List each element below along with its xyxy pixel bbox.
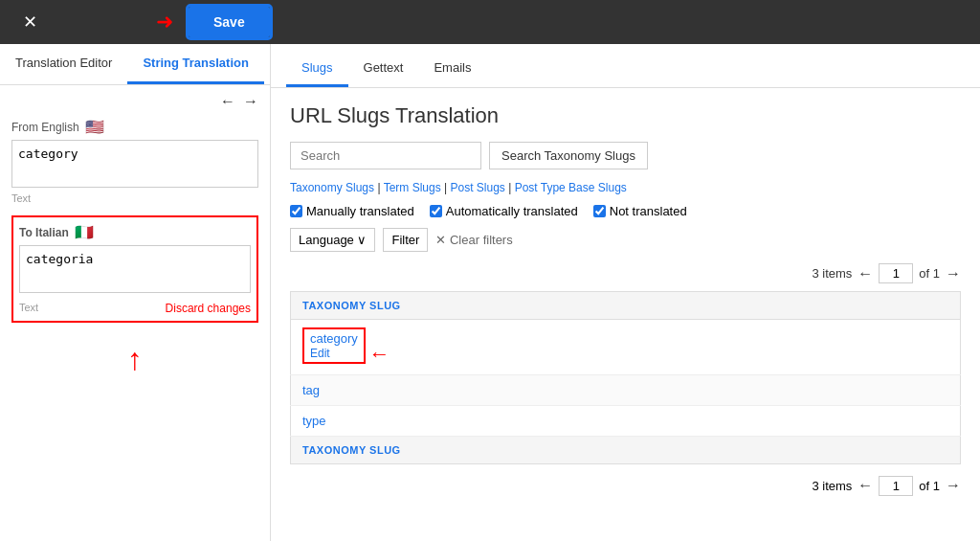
post-slugs-link[interactable]: Post Slugs — [450, 181, 504, 194]
top-bar: ✕ ➜ Save — [0, 0, 980, 44]
search-input[interactable] — [290, 142, 481, 169]
tag-slug-link[interactable]: tag — [302, 383, 948, 397]
filter-button[interactable]: Filter — [383, 228, 428, 252]
category-edit-link[interactable]: Edit — [310, 347, 330, 360]
second-taxonomy-header-row: TAXONOMY SLUG — [291, 436, 961, 463]
us-flag-icon: 🇺🇸 — [85, 118, 104, 136]
from-english-label: From English 🇺🇸 — [11, 118, 258, 136]
pagination-back-button[interactable]: ← — [858, 265, 873, 282]
page-number-input[interactable] — [879, 263, 913, 283]
bottom-page-number-input[interactable] — [879, 476, 913, 496]
history-forward-button[interactable]: → — [243, 93, 258, 110]
up-arrow-indicator: ↑ — [11, 342, 258, 377]
from-english-hint: Text — [11, 192, 258, 204]
not-translated-checkbox[interactable] — [593, 205, 606, 217]
clear-filters-link[interactable]: ✕ Clear filters — [435, 233, 512, 247]
main-layout: Translation Editor String Translation ← … — [0, 44, 980, 541]
arrow-to-save-indicator: ➜ — [156, 10, 173, 34]
slug-cell-type: type — [291, 405, 961, 436]
right-content: URL Slugs Translation Search Taxonomy Sl… — [271, 88, 980, 541]
tab-bar: Translation Editor String Translation — [0, 44, 270, 85]
type-slug-link[interactable]: type — [302, 414, 948, 428]
pagination-forward-button[interactable]: → — [946, 265, 961, 282]
history-nav: ← → — [11, 93, 258, 110]
controls-row: Language ∨ Filter ✕ Clear filters — [290, 228, 961, 252]
of-pages: of 1 — [919, 266, 940, 281]
save-button[interactable]: Save — [189, 7, 270, 37]
not-translated-checkbox-label[interactable]: Not translated — [593, 204, 687, 218]
auto-translated-checkbox-label[interactable]: Automatically translated — [430, 204, 578, 218]
to-italian-input[interactable]: categoria — [19, 245, 251, 293]
tab-gettext[interactable]: Gettext — [348, 51, 419, 87]
bottom-pagination-back-button[interactable]: ← — [858, 477, 873, 494]
italian-flag-icon: 🇮🇹 — [75, 223, 94, 241]
close-button[interactable]: ✕ — [15, 8, 45, 36]
right-tabs: Slugs Gettext Emails — [271, 44, 980, 88]
category-slug-link[interactable]: category — [310, 331, 358, 346]
to-italian-section: To Italian 🇮🇹 categoria Text Discard cha… — [11, 215, 258, 323]
top-pagination: 3 items ← of 1 → — [290, 263, 961, 283]
tab-string-translation[interactable]: String Translation — [127, 44, 264, 84]
discard-changes-link[interactable]: Discard changes — [166, 302, 251, 315]
from-english-input[interactable]: category — [11, 140, 258, 188]
page-title: URL Slugs Translation — [290, 103, 961, 128]
auto-translated-label: Automatically translated — [446, 204, 578, 218]
table-row: category Edit ← — [291, 320, 961, 375]
manually-translated-checkbox-label[interactable]: Manually translated — [290, 204, 414, 218]
history-back-button[interactable]: ← — [220, 93, 235, 110]
manually-translated-label: Manually translated — [306, 204, 414, 218]
not-translated-label: Not translated — [610, 204, 687, 218]
search-row: Search Taxonomy Slugs — [290, 142, 961, 169]
tab-translation-editor[interactable]: Translation Editor — [0, 44, 127, 84]
table-row: tag — [291, 374, 961, 405]
checkboxes-row: Manually translated Automatically transl… — [290, 204, 961, 218]
bottom-of-pages: of 1 — [919, 479, 940, 493]
slug-table: TAXONOMY SLUG category Edit ← — [290, 291, 961, 464]
auto-translated-checkbox[interactable] — [430, 205, 442, 217]
left-panel-body: ← → From English 🇺🇸 category Text To Ita… — [0, 85, 270, 541]
tab-slugs[interactable]: Slugs — [286, 51, 348, 87]
tab-emails[interactable]: Emails — [418, 51, 486, 87]
table-row: type — [291, 405, 961, 436]
right-panel: Slugs Gettext Emails URL Slugs Translati… — [271, 44, 980, 541]
filter-links: Taxonomy Slugs | Term Slugs | Post Slugs… — [290, 181, 961, 194]
slug-cell-tag: tag — [291, 374, 961, 405]
second-taxonomy-slug-header: TAXONOMY SLUG — [291, 436, 961, 463]
left-panel: Translation Editor String Translation ← … — [0, 44, 271, 541]
search-taxonomy-slugs-button[interactable]: Search Taxonomy Slugs — [489, 142, 648, 169]
bottom-pagination-forward-button[interactable]: → — [946, 477, 961, 494]
to-italian-label: To Italian 🇮🇹 — [19, 223, 251, 241]
bottom-pagination: 3 items ← of 1 → — [290, 472, 961, 500]
term-slugs-link[interactable]: Term Slugs — [384, 181, 441, 194]
bottom-items-count: 3 items — [812, 479, 852, 493]
language-dropdown[interactable]: Language ∨ — [290, 228, 375, 252]
taxonomy-slug-col-header: TAXONOMY SLUG — [291, 292, 961, 320]
items-count: 3 items — [812, 266, 852, 281]
slug-cell-category: category Edit ← — [291, 320, 961, 375]
post-type-base-slugs-link[interactable]: Post Type Base Slugs — [515, 181, 627, 194]
right-arrow-to-category: ← — [369, 342, 390, 367]
taxonomy-slugs-link[interactable]: Taxonomy Slugs — [290, 181, 374, 194]
to-italian-hint: Text — [19, 302, 38, 313]
manually-translated-checkbox[interactable] — [290, 205, 302, 217]
